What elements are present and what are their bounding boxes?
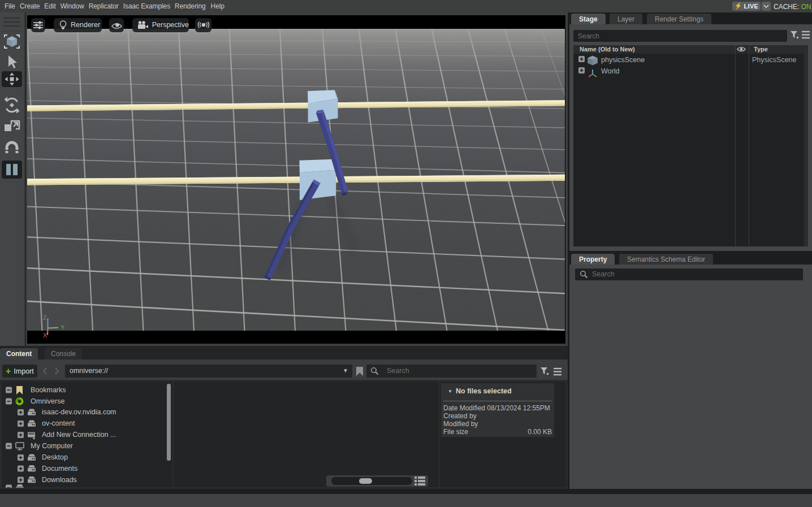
svg-text:Z: Z <box>43 314 47 321</box>
svg-text:Y: Y <box>61 324 65 331</box>
svg-text:X: X <box>43 332 47 339</box>
